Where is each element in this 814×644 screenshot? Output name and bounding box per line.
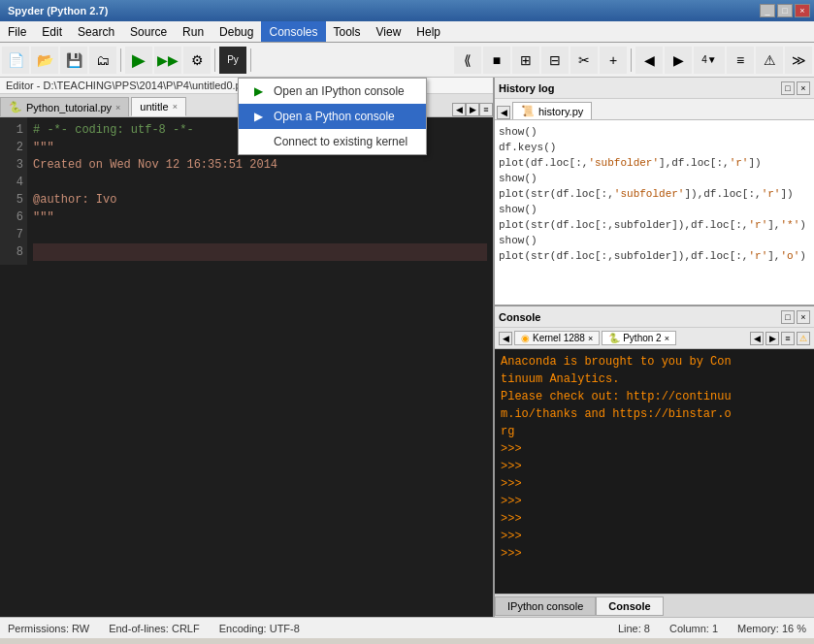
history-nav-back[interactable]: ◀	[497, 106, 510, 119]
console-prompt-7: >>>	[501, 545, 808, 563]
toolbar-btn-9[interactable]: ≫	[785, 47, 812, 74]
console-prompt-2: >>>	[501, 458, 808, 475]
maximize-button[interactable]: □	[777, 4, 793, 17]
kernel-tab-1288[interactable]: ◉ Kernel 1288 ×	[514, 331, 600, 345]
history-line-2: df.keys()	[499, 140, 810, 155]
code-line-8	[33, 243, 487, 261]
history-tab-label: history.py	[538, 106, 583, 117]
toolbar-btn-5[interactable]: ✂	[570, 47, 598, 74]
console-line-1: Anaconda is brought to you by Con	[501, 353, 808, 370]
history-title: History log	[499, 82, 554, 94]
debug-button[interactable]: ⚙	[183, 47, 211, 74]
code-line-7	[33, 226, 487, 243]
status-bar: Permissions: RW End-of-lines: CRLF Encod…	[0, 617, 814, 638]
console-line-3: Please check out: http://continuu	[501, 388, 808, 405]
toolbar-separator-2	[214, 48, 215, 72]
console-close[interactable]: ×	[797, 310, 810, 324]
open-ipython-item[interactable]: ▶ Open an IPython console	[239, 79, 426, 104]
new-file-button[interactable]: 📄	[2, 47, 29, 74]
tab-close-1[interactable]: ×	[115, 103, 120, 113]
history-line-4: show()	[499, 171, 810, 186]
python-icon: 🐍	[9, 101, 22, 113]
tab-python-tutorial[interactable]: 🐍 Python_tutorial.py ×	[0, 97, 129, 116]
toolbar-btn-2[interactable]: ■	[483, 47, 510, 74]
run-cell-button[interactable]: ▶▶	[154, 47, 181, 74]
console-line-5: rg	[501, 423, 808, 440]
toolbar-nav-forward[interactable]: ▶	[665, 47, 692, 74]
connect-kernel-label: Connect to existing kernel	[274, 135, 407, 148]
history-icon: 📜	[521, 105, 535, 117]
ipython-console-tab[interactable]: IPython console	[495, 596, 596, 616]
menu-file[interactable]: File	[0, 21, 34, 42]
code-line-4	[33, 174, 487, 191]
kernel-close[interactable]: ×	[588, 334, 593, 343]
history-line-7: plot(str(df.loc[:,subfolder]),df.loc[:,'…	[499, 217, 810, 233]
history-close[interactable]: ×	[797, 81, 810, 95]
toolbar-nav-back[interactable]: ◀	[635, 47, 663, 74]
menu-view[interactable]: View	[369, 21, 409, 42]
close-button[interactable]: ×	[795, 4, 810, 17]
menu-consoles[interactable]: Consoles	[261, 21, 325, 42]
python2-close[interactable]: ×	[665, 334, 669, 343]
console-line-2: tinuum Analytics.	[501, 370, 808, 388]
toolbar-btn-1[interactable]: ⟪	[454, 47, 481, 74]
tab-untitled[interactable]: untitle ×	[131, 97, 186, 116]
content-area: Editor - D:\TEACHING\PPS\2014\P\P4\untit…	[0, 78, 814, 617]
permissions-status: Permissions: RW	[8, 623, 89, 634]
open-file-button[interactable]: 📂	[31, 47, 58, 74]
save-all-button[interactable]: 🗂	[89, 47, 116, 74]
console-undock[interactable]: □	[781, 310, 795, 324]
tab-label-1: Python_tutorial.py	[26, 102, 112, 113]
history-tab-bar: ◀ 📜 history.py	[495, 99, 814, 120]
open-python-label: Open a Python console	[274, 110, 395, 123]
memory-status: Memory: 16 %	[737, 623, 806, 634]
minimize-button[interactable]: _	[760, 4, 775, 17]
ipython-icon: ▶	[250, 83, 266, 99]
code-editor[interactable]: 1 2 3 4 5 6 7 8 # -*- coding: utf-8 -*- …	[0, 117, 493, 617]
python2-icon: 🐍	[608, 333, 620, 343]
console-warning[interactable]: ⚠	[797, 332, 810, 345]
console-options[interactable]: ≡	[781, 332, 795, 345]
console-nav-left[interactable]: ◀	[750, 332, 764, 345]
console-tab[interactable]: Console	[596, 596, 663, 616]
console-panel: Console □ × ◀ ◉ Kernel 1288 × 🐍 Pyt	[495, 306, 814, 617]
right-panels: History log □ × ◀ 📜 history.py show() df…	[495, 78, 814, 617]
console-nav-right[interactable]: ▶	[765, 332, 779, 345]
editor-tools[interactable]: ≡	[479, 103, 493, 116]
toolbar-btn-4[interactable]: ⊟	[541, 47, 569, 74]
console-output[interactable]: Anaconda is brought to you by Con tinuum…	[495, 349, 814, 594]
history-undock[interactable]: □	[781, 81, 795, 95]
menu-edit[interactable]: Edit	[34, 21, 70, 42]
history-title-bar: History log □ ×	[495, 78, 814, 99]
code-line-6: """	[33, 209, 487, 226]
save-file-button[interactable]: 💾	[60, 47, 87, 74]
toolbar-btn-7[interactable]: ≡	[727, 47, 754, 74]
python2-tab[interactable]: 🐍 Python 2 ×	[602, 331, 676, 345]
menu-search[interactable]: Search	[70, 21, 122, 42]
menu-tools[interactable]: Tools	[326, 21, 369, 42]
code-line-5: @author: Ivo	[33, 191, 487, 209]
editor-scroll-right[interactable]: ▶	[466, 103, 479, 116]
connect-kernel-item[interactable]: Connect to existing kernel	[239, 129, 426, 154]
toolbar-btn-3[interactable]: ⊞	[512, 47, 539, 74]
editor-scroll-left[interactable]: ◀	[452, 103, 466, 116]
toolbar-btn-8[interactable]: ⚠	[756, 47, 783, 74]
history-controls: □ ×	[781, 81, 810, 95]
menu-run[interactable]: Run	[175, 21, 212, 42]
history-content[interactable]: show() df.keys() plot(df.loc[:,'subfolde…	[495, 120, 814, 305]
menu-help[interactable]: Help	[408, 21, 448, 42]
console-icon-button[interactable]: Py	[219, 47, 246, 74]
history-tab[interactable]: 📜 history.py	[512, 102, 592, 119]
toolbar-btn-6[interactable]: +	[600, 47, 627, 74]
menu-debug[interactable]: Debug	[212, 21, 261, 42]
window-controls[interactable]: _ □ ×	[760, 4, 810, 17]
menu-source[interactable]: Source	[122, 21, 175, 42]
console-bottom-tabs: IPython console Console	[495, 594, 814, 617]
tab-close-2[interactable]: ×	[173, 102, 178, 112]
toolbar-zoom[interactable]: 4▼	[694, 47, 725, 74]
run-button[interactable]: ▶	[125, 47, 152, 74]
app-title: Spyder (Python 2.7)	[4, 5, 108, 16]
console-tab-back[interactable]: ◀	[499, 332, 512, 345]
console-nav-controls: ◀ ▶ ≡ ⚠	[750, 332, 810, 345]
open-python-item[interactable]: ▶ Open a Python console	[239, 104, 426, 129]
